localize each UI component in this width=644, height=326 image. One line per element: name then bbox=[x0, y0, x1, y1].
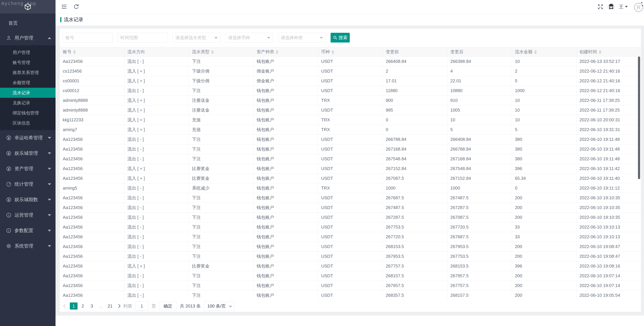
sidebar-item-2[interactable]: 幸运哈希管理 bbox=[0, 130, 56, 146]
sidebar-subitem-6[interactable]: 绑定钱包管理 bbox=[0, 108, 56, 118]
column-label: 资产种类 bbox=[256, 49, 274, 54]
cell-r7-c6: 5 bbox=[447, 125, 512, 135]
cell-r9-c7: 380 bbox=[512, 144, 576, 154]
cell-r18-c8: 2022-06-10 19:10:13 bbox=[576, 232, 641, 242]
column-header-2[interactable]: 流水类型 bbox=[189, 47, 254, 57]
goto-page-input[interactable] bbox=[136, 301, 148, 311]
refresh-icon[interactable] bbox=[73, 3, 80, 10]
search-icon bbox=[333, 35, 338, 40]
cell-r11-c3: 钱包账户 bbox=[254, 164, 318, 174]
flow-type-select[interactable]: 请选择流水类型 bbox=[172, 33, 220, 42]
cell-r2-c7: 5 bbox=[512, 76, 576, 86]
cell-r22-c3: 钱包账户 bbox=[254, 271, 318, 281]
sort-icon[interactable] bbox=[332, 50, 334, 54]
user-menu[interactable]: 王 bbox=[619, 3, 628, 10]
sidebar-subitem-7[interactable]: 区块信息 bbox=[0, 118, 56, 128]
table-row: Aa123456流出 [ - ]下注钱包账户USDT267953.5267753… bbox=[60, 252, 641, 261]
cell-r17-c1: 流出 [ - ] bbox=[124, 222, 189, 232]
gear-icon bbox=[6, 243, 12, 249]
sidebar-item-4[interactable]: 资产管理 bbox=[0, 161, 56, 176]
search-button[interactable]: 搜索 bbox=[330, 33, 350, 42]
cell-r8-c2: 下注 bbox=[189, 135, 254, 144]
page-button-1[interactable]: 1 bbox=[70, 303, 78, 310]
cell-r15-c0: Aa123456 bbox=[60, 203, 124, 213]
cell-r22-c7: 200 bbox=[512, 271, 576, 281]
cell-r17-c4: USDT bbox=[318, 222, 383, 232]
user-avatar[interactable] bbox=[607, 3, 615, 10]
cell-r4-c6: 910 bbox=[447, 96, 512, 105]
sidebar-subitem-0[interactable]: 用户管理 bbox=[0, 47, 56, 57]
sidebar-item-9[interactable]: 系统管理 bbox=[0, 238, 56, 254]
sidebar-item-7[interactable]: 运营管理 bbox=[0, 207, 56, 223]
sidebar-item-0[interactable]: 首页 bbox=[0, 16, 56, 30]
cell-r5-c4: USDT bbox=[318, 105, 383, 115]
fullscreen-icon[interactable] bbox=[597, 3, 604, 10]
sidebar-item-label: 娱乐城期数 bbox=[14, 196, 48, 203]
sidebar-item-5[interactable]: 统计管理 bbox=[0, 176, 56, 192]
column-header-4[interactable]: 币种 bbox=[318, 47, 383, 57]
cell-r20-c6: 267753.5 bbox=[447, 252, 512, 261]
cell-r20-c4: USDT bbox=[318, 252, 383, 261]
cell-r23-c1: 流出 [ - ] bbox=[124, 281, 189, 291]
cell-r24-c0: Aa123456 bbox=[60, 291, 124, 300]
sidebar-subitem-1[interactable]: 账号管理 bbox=[0, 57, 56, 67]
cell-r9-c6: 266788.84 bbox=[447, 144, 512, 154]
currency-select[interactable]: 请选择币种 bbox=[225, 33, 273, 42]
sort-icon[interactable] bbox=[73, 50, 76, 54]
sidebar-subitem-2[interactable]: 推荐关系管理 bbox=[0, 67, 56, 78]
sidebar-item-3[interactable]: 娱乐城管理 bbox=[0, 146, 56, 161]
yen-icon bbox=[6, 151, 12, 156]
cell-r11-c7: 396 bbox=[512, 164, 576, 174]
page-button-21[interactable]: 21 bbox=[106, 303, 114, 310]
cell-r10-c5: 267548.84 bbox=[382, 154, 447, 164]
page-button-3[interactable]: 3 bbox=[88, 303, 96, 310]
sidebar-item-6[interactable]: 娱乐城期数 bbox=[0, 192, 56, 207]
next-page-icon[interactable] bbox=[117, 304, 120, 308]
sort-icon[interactable] bbox=[276, 50, 278, 54]
cell-r18-c2: 下注 bbox=[189, 232, 254, 242]
sidebar-subitem-3[interactable]: 余额管理 bbox=[0, 78, 56, 88]
cell-r21-c2: 比赛奖金 bbox=[189, 261, 254, 271]
menu-fold-icon[interactable] bbox=[61, 3, 67, 10]
page-size-select[interactable]: 100 条/页 bbox=[204, 301, 234, 311]
sort-icon[interactable] bbox=[211, 50, 214, 54]
cell-r1-c1: 流入 [ + ] bbox=[124, 66, 189, 76]
cell-r0-c5: 266408.84 bbox=[382, 57, 447, 66]
sidebar-item-8[interactable]: 参数配置 bbox=[0, 223, 56, 238]
cell-r12-c2: 比赛奖金 bbox=[189, 174, 254, 183]
column-header-7[interactable]: 流水金额 bbox=[512, 47, 576, 57]
column-header-3[interactable]: 资产种类 bbox=[254, 47, 318, 57]
cell-r9-c3: 钱包账户 bbox=[254, 144, 318, 154]
category-select[interactable]: 请选择种类 bbox=[278, 33, 326, 42]
cell-r15-c4: USDT bbox=[318, 203, 383, 213]
cell-r23-c3: 钱包账户 bbox=[254, 281, 318, 291]
prev-page-icon[interactable] bbox=[63, 304, 67, 308]
cell-r3-c7: 1000 bbox=[512, 86, 576, 96]
cell-r5-c3: 钱包账户 bbox=[254, 105, 318, 115]
table-row: Aa123456流出 [ - ]下注钱包账户USDT267720.5267687… bbox=[60, 232, 641, 242]
daterange-input[interactable] bbox=[118, 33, 168, 42]
sidebar-subitem-5[interactable]: 兑换记录 bbox=[0, 98, 56, 108]
cell-r24-c3: 钱包账户 bbox=[254, 291, 318, 300]
cell-r13-c6: 1000 bbox=[447, 183, 512, 193]
cell-r18-c4: USDT bbox=[318, 232, 383, 242]
page-button-2[interactable]: 2 bbox=[79, 303, 87, 310]
sidebar-item-1[interactable]: 用户管理 bbox=[0, 30, 56, 45]
cell-r23-c6: 267757.5 bbox=[447, 281, 512, 291]
cell-r2-c6: 22.01 bbox=[447, 76, 512, 86]
table-row: Aa123456流出 [ - ]下注钱包账户USDT267687.5267487… bbox=[60, 193, 641, 203]
cell-r6-c2: 充值 bbox=[189, 115, 254, 125]
cell-r3-c5: 11880 bbox=[382, 86, 447, 96]
sort-icon[interactable] bbox=[534, 50, 537, 54]
yen-icon bbox=[6, 166, 12, 171]
sort-icon[interactable] bbox=[599, 50, 602, 54]
goto-confirm-button[interactable]: 确定 bbox=[159, 301, 176, 311]
column-header-8[interactable]: 创建时间 bbox=[576, 47, 641, 57]
table-scrollbar[interactable] bbox=[638, 56, 640, 179]
column-header-0[interactable]: 账号 bbox=[60, 47, 124, 57]
sidebar-subitem-4[interactable]: 流水记录 bbox=[0, 88, 56, 98]
cell-r15-c7: 200 bbox=[512, 203, 576, 213]
cell-r16-c4: USDT bbox=[318, 213, 383, 222]
account-input[interactable] bbox=[62, 33, 113, 42]
cell-r8-c1: 流出 [ - ] bbox=[124, 135, 189, 144]
